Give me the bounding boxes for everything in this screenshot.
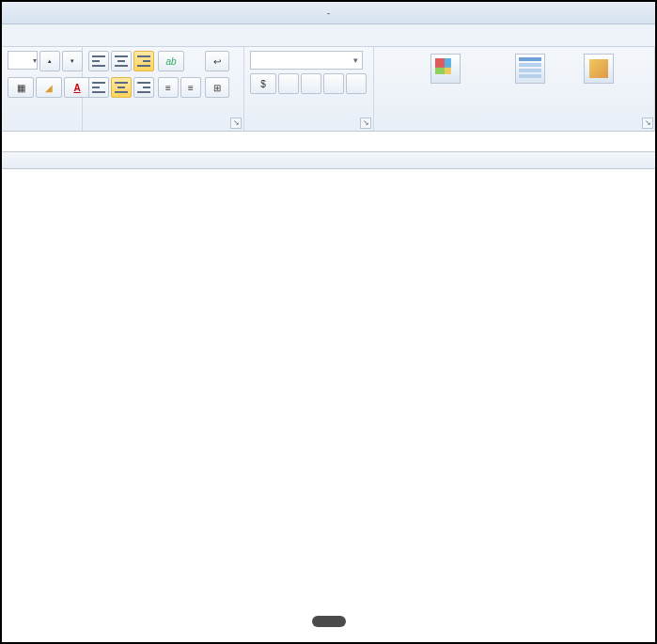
worksheet-grid[interactable] [2, 152, 655, 620]
group-alignment: ab ≡ ≡ ↩ ⊞ ↘ [83, 47, 244, 131]
border-icon: ▦ [17, 83, 25, 93]
decrease-decimal-button[interactable] [346, 73, 367, 94]
font-color-icon: A [73, 83, 80, 93]
number-format-select[interactable]: ▾ [250, 51, 363, 70]
styles-label [380, 127, 649, 129]
align-middle-icon [115, 55, 128, 67]
conditional-formatting-icon [430, 54, 461, 84]
menubar [2, 24, 655, 47]
align-bottom-icon [137, 55, 150, 67]
number-launcher[interactable]: ↘ [360, 118, 371, 129]
align-bottom-button[interactable] [133, 51, 154, 71]
align-right-button[interactable] [133, 77, 154, 98]
chevron-down-icon: ▾ [353, 55, 358, 65]
merge-button[interactable]: ⊞ [205, 77, 229, 98]
border-button[interactable]: ▦ [8, 77, 34, 98]
wrap-icon: ↩ [213, 56, 221, 67]
align-left-button[interactable] [88, 77, 109, 98]
indent-increase-button[interactable]: ≡ [180, 77, 201, 98]
align-top-icon [92, 55, 105, 67]
cells-area[interactable] [2, 169, 655, 620]
titlebar: - [2, 2, 655, 24]
align-center-icon [115, 82, 128, 93]
alignment-label [88, 127, 238, 129]
align-middle-button[interactable] [111, 51, 132, 71]
cell-styles-button[interactable] [574, 51, 623, 88]
formula-input[interactable] [23, 132, 655, 151]
comma-button[interactable] [301, 73, 321, 94]
font-launcher[interactable]: ↘ [642, 118, 653, 129]
grow-font-button[interactable]: ▴ [39, 51, 60, 71]
align-center-button[interactable] [111, 77, 132, 98]
currency-icon: $ [260, 79, 266, 89]
align-right-icon [137, 82, 150, 93]
group-font: ▾ ▴ ▾ ▦ ◢ A ↘ [2, 47, 83, 131]
column-headers [2, 152, 655, 169]
indent-decrease-button[interactable]: ≡ [158, 77, 179, 98]
font-size-input[interactable]: ▾ [8, 51, 38, 70]
group-styles [374, 47, 655, 131]
watermark [312, 616, 346, 627]
ribbon: ▾ ▴ ▾ ▦ ◢ A ↘ [2, 47, 655, 132]
indent-right-icon: ≡ [188, 83, 194, 93]
merge-icon: ⊞ [213, 83, 221, 93]
conditional-formatting-button[interactable] [405, 51, 486, 88]
bucket-icon: ◢ [45, 83, 53, 93]
shrink-font-button[interactable]: ▾ [62, 51, 83, 71]
format-as-table-button[interactable] [490, 51, 571, 88]
currency-button[interactable]: $ [250, 73, 276, 94]
group-number: ▾ $ ↘ [244, 47, 374, 131]
orientation-icon: ab [165, 56, 176, 67]
cell-styles-icon [584, 54, 614, 84]
chevron-down-icon: ▾ [33, 56, 37, 65]
formula-bar [2, 132, 655, 152]
fill-color-button[interactable]: ◢ [36, 77, 62, 98]
increase-decimal-button[interactable] [323, 73, 344, 94]
indent-left-icon: ≡ [165, 83, 171, 93]
align-top-button[interactable] [88, 51, 109, 71]
title-separator: - [327, 7, 331, 20]
align-left-icon [92, 82, 105, 93]
wrap-text-button[interactable]: ↩ [205, 51, 229, 71]
alignment-launcher[interactable]: ↘ [230, 118, 242, 129]
table-icon [515, 54, 545, 84]
orientation-button[interactable]: ab [158, 51, 184, 71]
number-label [250, 127, 368, 129]
percent-button[interactable] [278, 73, 299, 94]
